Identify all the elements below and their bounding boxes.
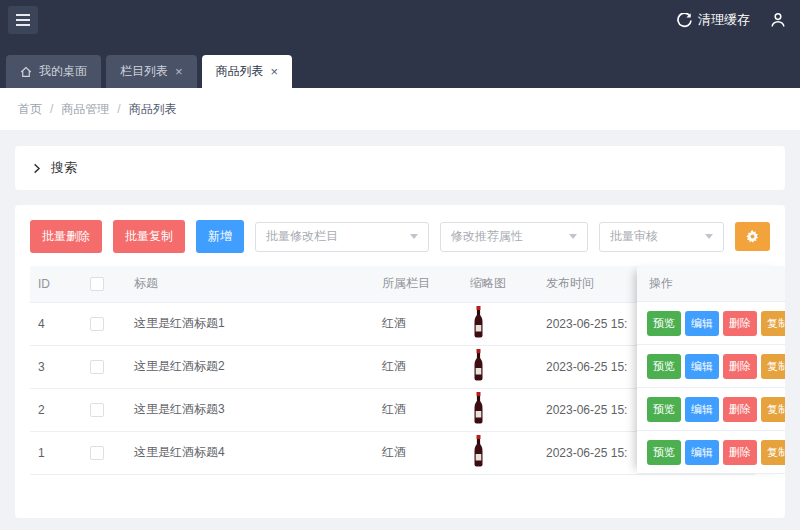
row-checkbox[interactable]: [90, 403, 104, 417]
select-all-checkbox[interactable]: [90, 277, 104, 291]
select-placeholder: 修改推荐属性: [451, 228, 523, 245]
header-id: ID: [30, 266, 82, 302]
copy-button[interactable]: 复制: [761, 354, 785, 379]
action-row: 预览 编辑 删除 复制: [637, 302, 785, 345]
header-category: 所属栏目: [374, 266, 462, 302]
tab-label: 我的桌面: [39, 63, 87, 80]
cell-id: 3: [30, 345, 82, 388]
wine-bottle-thumbnail[interactable]: [470, 349, 487, 384]
tab-bar: 我的桌面 栏目列表 × 商品列表 ×: [0, 40, 800, 88]
cell-category: 红酒: [374, 431, 462, 474]
copy-button[interactable]: 复制: [761, 397, 785, 422]
cell-title[interactable]: 这里是红酒标题4: [126, 431, 374, 474]
edit-button[interactable]: 编辑: [685, 311, 719, 336]
tab-my-desktop[interactable]: 我的桌面: [6, 55, 101, 88]
settings-button[interactable]: [735, 222, 770, 251]
action-row: 预览 编辑 删除 复制: [637, 345, 785, 388]
cell-id: 4: [30, 302, 82, 345]
action-row: 预览 编辑 删除 复制: [637, 431, 785, 474]
toolbar: 批量删除 批量复制 新增 批量修改栏目 修改推荐属性 批量审核: [30, 220, 770, 253]
preview-button[interactable]: 预览: [647, 440, 681, 465]
add-button[interactable]: 新增: [196, 220, 244, 253]
preview-button[interactable]: 预览: [647, 397, 681, 422]
breadcrumb-home[interactable]: 首页: [18, 101, 42, 118]
clear-cache-button[interactable]: 清理缓存: [677, 11, 750, 29]
wine-bottle-thumbnail[interactable]: [470, 435, 487, 470]
close-icon[interactable]: ×: [271, 65, 279, 78]
chevron-down-icon: [410, 234, 418, 239]
chevron-down-icon: [569, 234, 577, 239]
breadcrumb-separator: /: [50, 102, 53, 116]
edit-button[interactable]: 编辑: [685, 354, 719, 379]
close-icon[interactable]: ×: [175, 65, 183, 78]
select-placeholder: 批量审核: [610, 228, 658, 245]
breadcrumb-product-manage[interactable]: 商品管理: [61, 101, 109, 118]
cell-title[interactable]: 这里是红酒标题3: [126, 388, 374, 431]
cell-id: 1: [30, 431, 82, 474]
preview-button[interactable]: 预览: [647, 354, 681, 379]
chevron-down-icon: [705, 234, 713, 239]
product-table: ID 标题 所属栏目 缩略图 发布时间 4 这里是红酒标题1 红酒: [30, 266, 785, 475]
header-actions: 操作: [637, 266, 785, 302]
delete-button[interactable]: 删除: [723, 311, 757, 336]
tab-label: 商品列表: [216, 63, 264, 80]
cell-category: 红酒: [374, 345, 462, 388]
clear-cache-label: 清理缓存: [698, 11, 750, 29]
search-panel-toggle[interactable]: 搜索: [15, 146, 785, 190]
batch-delete-button[interactable]: 批量删除: [30, 220, 102, 253]
topbar: 清理缓存: [0, 0, 800, 40]
search-panel-label: 搜索: [51, 159, 77, 177]
row-checkbox[interactable]: [90, 446, 104, 460]
action-row: 预览 编辑 删除 复制: [637, 388, 785, 431]
select-placeholder: 批量修改栏目: [266, 228, 338, 245]
delete-button[interactable]: 删除: [723, 397, 757, 422]
cell-category: 红酒: [374, 388, 462, 431]
wine-bottle-thumbnail[interactable]: [470, 306, 487, 341]
copy-button[interactable]: 复制: [761, 440, 785, 465]
breadcrumb: 首页 / 商品管理 / 商品列表: [0, 88, 800, 130]
edit-button[interactable]: 编辑: [685, 397, 719, 422]
breadcrumb-separator: /: [117, 102, 120, 116]
home-icon: [20, 66, 32, 78]
tab-product-list[interactable]: 商品列表 ×: [202, 55, 293, 88]
product-list-card: 批量删除 批量复制 新增 批量修改栏目 修改推荐属性 批量审核: [15, 205, 785, 518]
delete-button[interactable]: 删除: [723, 354, 757, 379]
breadcrumb-current: 商品列表: [129, 101, 177, 118]
gear-icon: [745, 229, 760, 244]
header-thumbnail: 缩略图: [462, 266, 538, 302]
row-checkbox[interactable]: [90, 360, 104, 374]
batch-category-select[interactable]: 批量修改栏目: [255, 222, 429, 252]
delete-button[interactable]: 删除: [723, 440, 757, 465]
wine-bottle-thumbnail[interactable]: [470, 392, 487, 427]
recommend-attr-select[interactable]: 修改推荐属性: [440, 222, 588, 252]
edit-button[interactable]: 编辑: [685, 440, 719, 465]
cell-id: 2: [30, 388, 82, 431]
user-icon[interactable]: [770, 12, 786, 28]
copy-button[interactable]: 复制: [761, 311, 785, 336]
header-checkbox: [82, 266, 126, 302]
page-content: 搜索 批量删除 批量复制 新增 批量修改栏目 修改推荐属性 批量审核: [0, 130, 800, 530]
preview-button[interactable]: 预览: [647, 311, 681, 336]
batch-copy-button[interactable]: 批量复制: [113, 220, 185, 253]
tab-category-list[interactable]: 栏目列表 ×: [106, 55, 197, 88]
cell-title[interactable]: 这里是红酒标题1: [126, 302, 374, 345]
tab-label: 栏目列表: [120, 63, 168, 80]
chevron-right-icon: [31, 163, 42, 174]
menu-toggle-icon[interactable]: [8, 6, 38, 34]
cell-title[interactable]: 这里是红酒标题2: [126, 345, 374, 388]
fixed-action-column: 操作 预览 编辑 删除 复制 预览 编辑 删除 复制 预览 编辑 删除: [637, 266, 785, 474]
batch-audit-select[interactable]: 批量审核: [599, 222, 724, 252]
cell-category: 红酒: [374, 302, 462, 345]
header-title: 标题: [126, 266, 374, 302]
refresh-icon: [677, 13, 692, 28]
row-checkbox[interactable]: [90, 317, 104, 331]
